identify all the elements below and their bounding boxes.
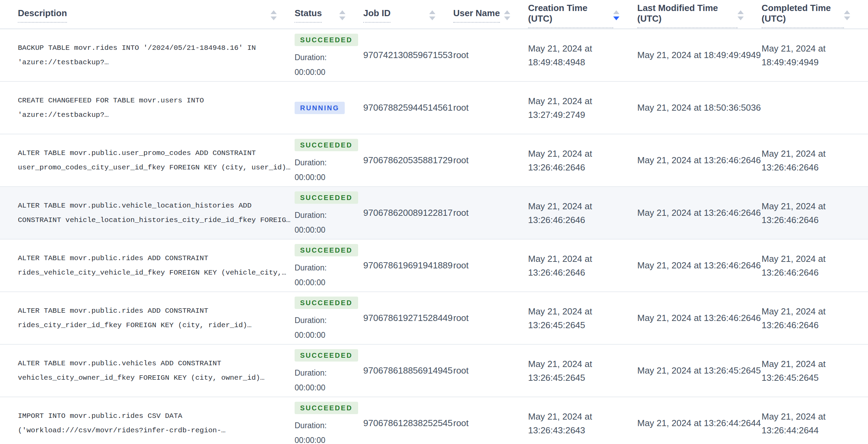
- job-row[interactable]: ALTER TABLE movr.public.rides ADD CONSTR…: [0, 239, 868, 292]
- completed-time: May 21, 2024 at 18:49:49:4949: [762, 29, 868, 81]
- sort-desc-icon[interactable]: [844, 16, 850, 20]
- job-description: ALTER TABLE movr.public.vehicle_location…: [18, 199, 292, 227]
- job-id: 970678612838252545: [363, 397, 453, 444]
- creation-time: May 21, 2024 at 13:26:43:2643: [528, 397, 637, 444]
- sort-arrows-icon[interactable]: [504, 10, 510, 20]
- duration-label: Duration:: [295, 53, 360, 62]
- sort-desc-icon[interactable]: [738, 16, 744, 20]
- column-header-description[interactable]: Description: [0, 0, 295, 29]
- job-description: BACKUP TABLE movr.rides INTO '/2024/05/2…: [18, 41, 292, 70]
- job-description-cell: CREATE CHANGEFEED FOR TABLE movr.users I…: [0, 81, 295, 134]
- job-id: 970678620089122817: [363, 187, 453, 239]
- column-label[interactable]: Completed Time (UTC): [762, 3, 844, 28]
- duration-value: 00:00:00: [295, 278, 360, 287]
- duration-value: 00:00:00: [295, 173, 360, 182]
- creation-time: May 21, 2024 at 13:26:45:2645: [528, 344, 637, 397]
- job-status-cell: RUNNING: [295, 81, 363, 134]
- user-name: root: [453, 134, 528, 187]
- sort-desc-icon[interactable]: [271, 16, 277, 20]
- job-row[interactable]: ALTER TABLE movr.public.rides ADD CONSTR…: [0, 292, 868, 344]
- column-header-last-modified-time[interactable]: Last Modified Time (UTC): [637, 0, 762, 29]
- sort-desc-icon[interactable]: [339, 16, 345, 20]
- sort-arrows-icon[interactable]: [844, 10, 850, 20]
- user-name: root: [453, 344, 528, 397]
- column-header-user-name[interactable]: User Name: [453, 0, 528, 29]
- completed-time: May 21, 2024 at 13:26:45:2645: [762, 344, 868, 397]
- job-status-cell: SUCCEEDEDDuration:00:00:00: [295, 134, 363, 187]
- last-modified-time: May 21, 2024 at 13:26:46:2646: [637, 187, 762, 239]
- job-row[interactable]: BACKUP TABLE movr.rides INTO '/2024/05/2…: [0, 29, 868, 81]
- column-label[interactable]: Last Modified Time (UTC): [637, 3, 738, 28]
- job-id: 970678618856914945: [363, 344, 453, 397]
- creation-time: May 21, 2024 at 13:26:46:2646: [528, 239, 637, 292]
- job-description: ALTER TABLE movr.public.rides ADD CONSTR…: [18, 304, 292, 333]
- sort-arrows-icon[interactable]: [271, 10, 277, 20]
- column-header-creation-time[interactable]: Creation Time (UTC): [528, 0, 637, 29]
- job-row[interactable]: ALTER TABLE movr.public.user_promo_codes…: [0, 134, 868, 187]
- status-badge: SUCCEEDED: [295, 349, 358, 362]
- user-name: root: [453, 29, 528, 81]
- sort-asc-icon[interactable]: [429, 10, 435, 14]
- last-modified-time: May 21, 2024 at 18:49:49:4949: [637, 29, 762, 81]
- job-row[interactable]: CREATE CHANGEFEED FOR TABLE movr.users I…: [0, 81, 868, 134]
- sort-asc-icon[interactable]: [613, 10, 619, 14]
- user-name: root: [453, 292, 528, 344]
- column-header-inner: Status: [295, 8, 363, 23]
- job-status-cell: SUCCEEDEDDuration:00:00:00: [295, 29, 363, 81]
- sort-asc-icon[interactable]: [339, 10, 345, 14]
- column-label[interactable]: Status: [295, 8, 322, 23]
- job-row[interactable]: ALTER TABLE movr.public.vehicles ADD CON…: [0, 344, 868, 397]
- sort-asc-icon[interactable]: [504, 10, 510, 14]
- duration-label: Duration:: [295, 368, 360, 378]
- job-row[interactable]: ALTER TABLE movr.public.vehicle_location…: [0, 187, 868, 239]
- column-label[interactable]: Creation Time (UTC): [528, 3, 613, 28]
- job-status-cell: SUCCEEDEDDuration:00:00:00: [295, 344, 363, 397]
- job-description: IMPORT INTO movr.public.rides CSV DATA (…: [18, 409, 292, 438]
- column-header-completed-time[interactable]: Completed Time (UTC): [762, 0, 868, 29]
- sort-desc-icon[interactable]: [429, 16, 435, 20]
- creation-time: May 21, 2024 at 13:26:45:2645: [528, 292, 637, 344]
- job-status-cell: SUCCEEDEDDuration:00:00:00: [295, 187, 363, 239]
- completed-time: May 21, 2024 at 13:26:44:2644: [762, 397, 868, 444]
- sort-asc-icon[interactable]: [271, 10, 277, 14]
- last-modified-time: May 21, 2024 at 13:26:44:2644: [637, 397, 762, 444]
- sort-arrows-icon[interactable]: [339, 10, 345, 20]
- status-badge: SUCCEEDED: [295, 191, 358, 204]
- job-description: ALTER TABLE movr.public.vehicles ADD CON…: [18, 356, 292, 385]
- column-label[interactable]: User Name: [453, 8, 500, 23]
- job-description-cell: ALTER TABLE movr.public.vehicles ADD CON…: [0, 344, 295, 397]
- status-badge: SUCCEEDED: [295, 402, 358, 414]
- column-header-job-id[interactable]: Job ID: [363, 0, 453, 29]
- last-modified-time: May 21, 2024 at 13:26:46:2646: [637, 239, 762, 292]
- status-badge: SUCCEEDED: [295, 139, 358, 151]
- sort-desc-icon[interactable]: [613, 16, 619, 20]
- job-description-cell: ALTER TABLE movr.public.vehicle_location…: [0, 187, 295, 239]
- column-header-inner: Creation Time (UTC): [528, 3, 637, 28]
- creation-time: May 21, 2024 at 13:27:49:2749: [528, 81, 637, 134]
- duration-value: 00:00:00: [295, 331, 360, 340]
- job-status-cell: SUCCEEDEDDuration:00:00:00: [295, 397, 363, 444]
- sort-asc-icon[interactable]: [844, 10, 850, 14]
- user-name: root: [453, 187, 528, 239]
- column-label[interactable]: Description: [18, 8, 67, 23]
- column-header-inner: Description: [0, 8, 295, 23]
- creation-time: May 21, 2024 at 18:49:48:4948: [528, 29, 637, 81]
- completed-time: May 21, 2024 at 13:26:46:2646: [762, 239, 868, 292]
- sort-asc-icon[interactable]: [738, 10, 744, 14]
- user-name: root: [453, 81, 528, 134]
- sort-arrows-icon[interactable]: [429, 10, 435, 20]
- last-modified-time: May 21, 2024 at 13:26:46:2646: [637, 134, 762, 187]
- sort-arrows-icon[interactable]: [613, 10, 619, 20]
- duration-label: Duration:: [295, 421, 360, 430]
- job-description: CREATE CHANGEFEED FOR TABLE movr.users I…: [18, 93, 292, 122]
- sort-desc-icon[interactable]: [504, 16, 510, 20]
- column-header-inner: User Name: [453, 8, 528, 23]
- job-row[interactable]: IMPORT INTO movr.public.rides CSV DATA (…: [0, 397, 868, 444]
- column-header-status[interactable]: Status: [295, 0, 363, 29]
- job-status-cell: SUCCEEDEDDuration:00:00:00: [295, 239, 363, 292]
- sort-arrows-icon[interactable]: [738, 10, 744, 20]
- column-header-inner: Job ID: [363, 8, 453, 23]
- job-description-cell: IMPORT INTO movr.public.rides CSV DATA (…: [0, 397, 295, 444]
- column-label[interactable]: Job ID: [363, 8, 390, 23]
- job-id: 970678825944514561: [363, 81, 453, 134]
